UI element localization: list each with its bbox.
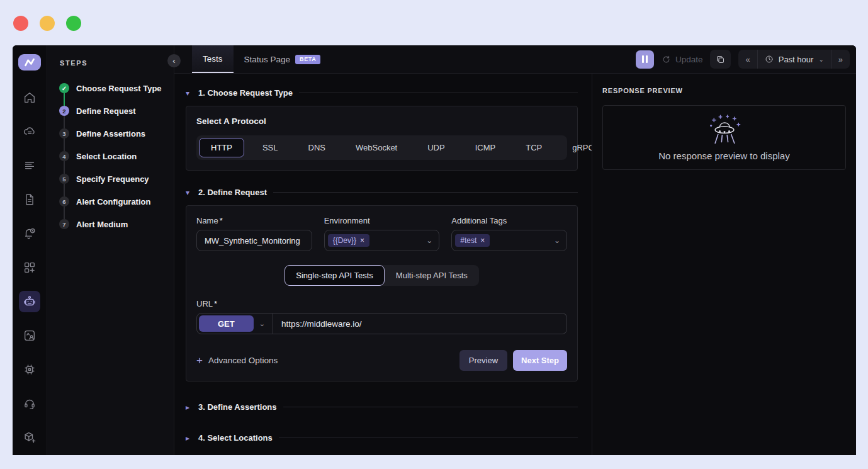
topbar-actions: Update « Past hour: [636, 45, 856, 73]
protocol-udp[interactable]: UDP: [415, 138, 456, 157]
minimize-window-button[interactable]: [40, 16, 55, 31]
step-select-location[interactable]: 4 Select Location: [47, 145, 174, 167]
time-range-control: « Past hour ⌄ »: [738, 50, 850, 69]
section-2-header[interactable]: ▾ 2. Define Request: [186, 188, 578, 197]
refresh-icon: [662, 55, 671, 64]
tab-tests[interactable]: Tests: [192, 45, 234, 73]
section-2-title: 2. Define Request: [198, 188, 267, 197]
protocol-options: HTTP SSL DNS WebSocket UDP ICMP TCP gRPC: [196, 135, 567, 160]
tags-label: Additional Tags: [451, 216, 567, 225]
infrastructure-icon[interactable]: [19, 121, 40, 142]
protocol-websocket[interactable]: WebSocket: [344, 138, 409, 157]
main-area: Tests Status Page BETA Upd: [174, 45, 856, 455]
time-range-forward-button[interactable]: »: [831, 50, 850, 69]
tags-select[interactable]: #test × ⌄: [451, 230, 567, 251]
pause-icon: [642, 55, 644, 63]
chevron-down-icon: ⌄: [554, 236, 560, 245]
method-get-button[interactable]: GET: [199, 315, 254, 332]
close-window-button[interactable]: [13, 16, 28, 31]
name-input[interactable]: [196, 230, 312, 251]
dashboards-icon[interactable]: [19, 257, 40, 278]
remove-chip-icon[interactable]: ×: [480, 236, 485, 245]
update-button[interactable]: Update: [662, 55, 703, 64]
pause-button[interactable]: [636, 50, 654, 69]
chevron-down-icon[interactable]: ⌄: [254, 320, 271, 328]
maximize-window-button[interactable]: [66, 16, 81, 31]
collapse-steps-button[interactable]: ‹: [167, 54, 181, 67]
preview-button[interactable]: Preview: [459, 350, 507, 371]
next-step-button[interactable]: Next Step: [513, 350, 567, 371]
test-mode-tabs: Single-step API Tests Multi-step API Tes…: [285, 265, 479, 286]
icon-rail: [13, 45, 47, 455]
caret-down-icon: ▾: [186, 89, 192, 98]
step-5-label: Specify Frequency: [76, 174, 149, 184]
update-button-label: Update: [675, 55, 703, 64]
protocol-dns[interactable]: DNS: [296, 138, 337, 157]
tab-multi-step[interactable]: Multi-step API Tests: [385, 265, 479, 286]
response-preview-title: RESPONSE PREVIEW: [602, 87, 846, 94]
processes-icon[interactable]: [19, 359, 40, 380]
step-define-assertions[interactable]: 3 Define Assertions: [47, 122, 174, 145]
tag-chip: #test ×: [455, 234, 490, 247]
environment-label: Environment: [324, 216, 440, 225]
tab-status-page[interactable]: Status Page BETA: [234, 45, 332, 73]
beta-badge: BETA: [295, 55, 320, 64]
url-row: GET ⌄: [196, 313, 567, 334]
middleware-logo[interactable]: [18, 54, 41, 71]
copy-button[interactable]: [710, 50, 731, 69]
method-dropdown: GET ⌄: [196, 313, 273, 334]
response-preview-panel: RESPONSE PREVIEW: [592, 74, 856, 455]
step-2-label: Define Request: [76, 106, 136, 116]
protocol-tcp[interactable]: TCP: [514, 138, 554, 157]
step-define-request[interactable]: 2 Define Request: [47, 99, 174, 122]
step-specify-frequency[interactable]: 5 Specify Frequency: [47, 167, 174, 190]
protocol-grpc[interactable]: gRPC: [560, 138, 592, 157]
time-range-back-button[interactable]: «: [738, 50, 757, 69]
ufo-icon: [704, 114, 745, 147]
step-5-dot: 5: [59, 174, 69, 184]
step-choose-request-type[interactable]: ✓ Choose Request Type: [47, 77, 174, 99]
step-7-dot: 7: [59, 219, 69, 229]
environment-select[interactable]: {{Dev}} × ⌄: [324, 230, 440, 251]
divider: [283, 407, 578, 407]
reports-icon[interactable]: [19, 189, 40, 210]
protocol-icmp[interactable]: ICMP: [463, 138, 508, 157]
logs-icon[interactable]: [19, 155, 40, 176]
page-tabs: Tests Status Page BETA: [192, 45, 331, 73]
tags-field-group: Additional Tags #test × ⌄: [451, 216, 567, 251]
logo-zigzag-icon: [21, 54, 38, 71]
response-preview-empty-state: No response preview to display: [602, 105, 846, 170]
copy-icon: [716, 55, 725, 64]
step-alert-configuration[interactable]: 6 Alert Configuration: [47, 190, 174, 213]
time-range-selector[interactable]: Past hour ⌄: [757, 50, 831, 69]
step-1-label: Choose Request Type: [76, 84, 162, 93]
remove-chip-icon[interactable]: ×: [360, 236, 364, 245]
section-4-header[interactable]: ▸ 4. Select Locations: [186, 433, 578, 443]
home-icon[interactable]: [19, 87, 40, 108]
support-icon[interactable]: [19, 393, 40, 414]
synthetic-monitoring-icon[interactable]: [19, 291, 40, 312]
steps-panel-title: STEPS: [60, 59, 174, 67]
section-1-header[interactable]: ▾ 1. Choose Request Type: [186, 88, 578, 98]
section-3-header[interactable]: ▸ 3. Define Assertions: [186, 402, 578, 412]
required-asterisk: *: [214, 299, 217, 308]
clock-icon: [765, 55, 774, 64]
tab-single-step[interactable]: Single-step API Tests: [285, 265, 385, 286]
alerts-icon[interactable]: [19, 223, 40, 244]
request-actions: + Advanced Options Preview Next Step: [196, 350, 567, 371]
define-request-card: Name* Environment {{Dev}} ×: [186, 205, 578, 381]
tab-status-page-label: Status Page: [244, 55, 291, 64]
advanced-options-toggle[interactable]: + Advanced Options: [196, 354, 278, 367]
step-alert-medium[interactable]: 7 Alert Medium: [47, 213, 174, 235]
protocol-http[interactable]: HTTP: [199, 138, 244, 157]
url-input[interactable]: [273, 313, 567, 334]
environment-field-group: Environment {{Dev}} × ⌄: [324, 216, 440, 251]
chevron-down-icon: ⌄: [426, 236, 432, 245]
integrations-icon[interactable]: [19, 427, 40, 448]
rum-icon[interactable]: [19, 325, 40, 346]
divider: [279, 438, 578, 438]
protocol-ssl[interactable]: SSL: [251, 138, 290, 157]
step-7-label: Alert Medium: [76, 220, 128, 229]
section-1-title: 1. Choose Request Type: [198, 88, 293, 98]
name-label: Name*: [196, 216, 312, 225]
